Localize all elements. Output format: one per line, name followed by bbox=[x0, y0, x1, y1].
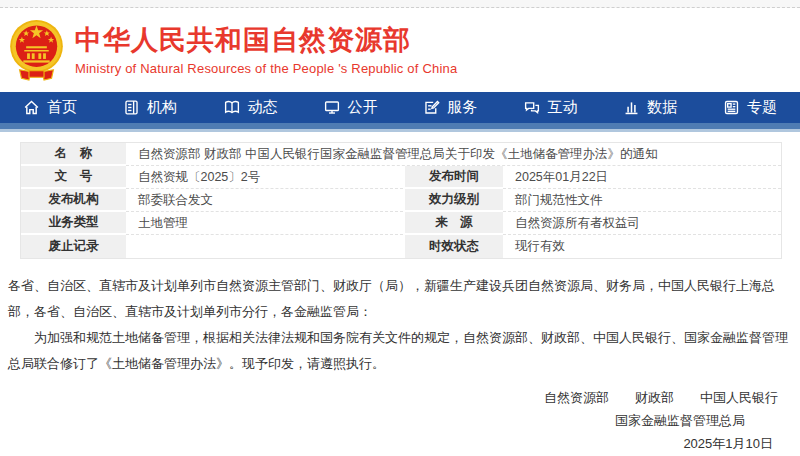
meta-label-issuing-agency: 发布机构 bbox=[21, 189, 126, 212]
service-icon bbox=[423, 99, 440, 116]
meta-label-business-type: 业务类型 bbox=[21, 212, 126, 235]
table-row: 业务类型 土地管理 来 源 自然资源所有者权益司 bbox=[21, 212, 781, 235]
nav-item-label: 专题 bbox=[747, 98, 777, 117]
data-icon bbox=[623, 99, 640, 116]
meta-label-effect-level: 效力级别 bbox=[403, 189, 503, 212]
signature-date: 2025年1月10日 bbox=[0, 432, 800, 455]
table-row: 废止记录 时效状态 现行有效 bbox=[21, 235, 781, 258]
meta-label-name: 名 称 bbox=[21, 143, 126, 166]
nav-item-data[interactable]: 数据 bbox=[600, 92, 700, 123]
site-subtitle-english: Ministry of Natural Resources of the Peo… bbox=[75, 61, 457, 76]
meta-value-publish-date: 2025年01月22日 bbox=[503, 166, 781, 189]
topics-icon bbox=[723, 99, 740, 116]
nav-item-interaction[interactable]: 互动 bbox=[500, 92, 600, 123]
table-row: 名 称 自然资源部 财政部 中国人民银行国家金融监督管理总局关于印发《土地储备管… bbox=[21, 143, 781, 166]
site-title: 中华人民共和国自然资源部 bbox=[75, 24, 457, 58]
nav-item-label: 首页 bbox=[47, 98, 77, 117]
body-paragraph-recipients: 各省、自治区、直辖市及计划单列市自然资源主管部门、财政厅（局），新疆生产建设兵团… bbox=[8, 273, 792, 325]
meta-value-doc-number: 自然资规〔2025〕2号 bbox=[126, 166, 403, 189]
nav-item-label: 互动 bbox=[548, 98, 578, 117]
nav-item-label: 服务 bbox=[447, 98, 477, 117]
nav-item-label: 机构 bbox=[147, 98, 177, 117]
meta-label-validity-status: 时效状态 bbox=[403, 235, 503, 258]
nav-item-service[interactable]: 服务 bbox=[400, 92, 500, 123]
interaction-icon bbox=[523, 99, 541, 116]
meta-value-business-type: 土地管理 bbox=[126, 212, 403, 235]
nav-item-home[interactable]: 首页 bbox=[0, 92, 100, 123]
nav-item-disclosure[interactable]: 公开 bbox=[300, 92, 400, 123]
nav-item-label: 公开 bbox=[348, 98, 378, 117]
signature-agencies: 自然资源部 财政部 中国人民银行 bbox=[0, 386, 800, 409]
document-body: 各省、自治区、直辖市及计划单列市自然资源主管部门、财政厅（局），新疆生产建设兵团… bbox=[8, 273, 792, 377]
meta-label-doc-number: 文 号 bbox=[21, 166, 126, 189]
meta-value-source: 自然资源所有者权益司 bbox=[503, 212, 781, 235]
main-navigation: 首页 机构 动态 bbox=[0, 92, 800, 123]
table-row: 发布机构 部委联合发文 效力级别 部门规范性文件 bbox=[21, 189, 781, 212]
nav-item-label: 数据 bbox=[647, 98, 677, 117]
top-border-strip bbox=[0, 0, 800, 8]
meta-value-name: 自然资源部 财政部 中国人民银行国家金融监督管理总局关于印发《土地储备管理办法》… bbox=[126, 143, 781, 166]
nav-item-organization[interactable]: 机构 bbox=[100, 92, 200, 123]
organization-icon bbox=[123, 99, 140, 116]
disclosure-icon bbox=[323, 99, 341, 116]
signature-block: 自然资源部 财政部 中国人民银行 国家金融监督管理总局 2025年1月10日 bbox=[0, 386, 800, 455]
meta-value-issuing-agency: 部委联合发文 bbox=[126, 189, 403, 212]
site-header: 中华人民共和国自然资源部 Ministry of Natural Resourc… bbox=[0, 8, 800, 92]
body-paragraph-main: 为加强和规范土地储备管理，根据相关法律法规和国务院有关文件的规定，自然资源部、财… bbox=[8, 325, 792, 377]
meta-label-publish-date: 发布时间 bbox=[403, 166, 503, 189]
meta-value-validity-status: 现行有效 bbox=[503, 235, 781, 258]
meta-value-effect-level: 部门规范性文件 bbox=[503, 189, 781, 212]
meta-label-repeal-record: 废止记录 bbox=[21, 235, 126, 258]
news-icon bbox=[223, 99, 241, 116]
nav-item-news[interactable]: 动态 bbox=[200, 92, 300, 123]
nav-accent-strip-light bbox=[0, 129, 800, 132]
prc-national-emblem-icon bbox=[8, 18, 65, 82]
document-meta-table: 名 称 自然资源部 财政部 中国人民银行国家金融监督管理总局关于印发《土地储备管… bbox=[20, 142, 782, 259]
home-icon bbox=[23, 99, 40, 116]
header-titles: 中华人民共和国自然资源部 Ministry of Natural Resourc… bbox=[75, 24, 457, 76]
nav-item-label: 动态 bbox=[248, 98, 278, 117]
page: 中华人民共和国自然资源部 Ministry of Natural Resourc… bbox=[0, 0, 800, 456]
meta-label-source: 来 源 bbox=[403, 212, 503, 235]
meta-value-repeal-record bbox=[126, 235, 403, 258]
signature-agency-nfra: 国家金融监督管理总局 bbox=[0, 409, 800, 432]
table-row: 文 号 自然资规〔2025〕2号 发布时间 2025年01月22日 bbox=[21, 166, 781, 189]
nav-item-topics[interactable]: 专题 bbox=[700, 92, 800, 123]
